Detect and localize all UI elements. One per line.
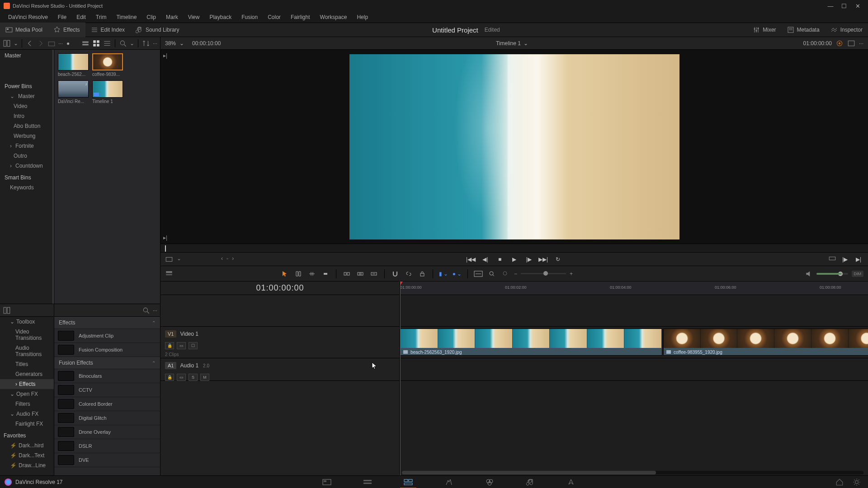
menu-color[interactable]: Color [263, 13, 285, 21]
clip-Timeline-1[interactable]: Timeline 1 [92, 80, 123, 104]
audio-lane[interactable] [400, 358, 868, 381]
auto-select[interactable]: ▭ [177, 342, 186, 349]
thumb-grid-icon[interactable] [92, 39, 100, 47]
lock-track[interactable]: 🔒 [165, 342, 174, 349]
fusion-fx-dslr[interactable]: DSLR [54, 439, 160, 453]
sort-icon[interactable] [142, 39, 150, 47]
zoom-out[interactable]: − [514, 271, 517, 277]
metadata-toggle[interactable]: Metadata [782, 23, 825, 37]
fusion-fx-colored-border[interactable]: Colored Border [54, 397, 160, 411]
audiofx-node[interactable]: Audio FX [0, 409, 54, 419]
match-frame-icon[interactable] [165, 255, 173, 263]
timeline-opts-icon[interactable] [165, 270, 173, 278]
clip-coffee-9839-[interactable]: coffee-9839... [92, 53, 123, 77]
last-frame-button[interactable]: ▶▶| [538, 254, 548, 264]
menu-fairlight[interactable]: Fairlight [286, 13, 315, 21]
dynamic-trim-tool[interactable] [307, 269, 317, 279]
auto-select[interactable]: ▭ [177, 374, 186, 381]
bin-fortnite[interactable]: Fortnite [0, 141, 54, 151]
openfx-filters[interactable]: Filters [0, 399, 54, 409]
fusion-fx-drone-overlay[interactable]: Drone Overlay [54, 425, 160, 439]
in-out-icon[interactable] [828, 254, 836, 263]
viewer-scrubber[interactable] [160, 244, 868, 253]
mute[interactable]: M [200, 374, 209, 381]
menu-file[interactable]: File [53, 13, 71, 21]
fusion-fx-digital-glitch[interactable]: Digital Glitch [54, 411, 160, 425]
viewer-tc-out[interactable]: 01:00:00:00 [803, 40, 832, 47]
menu-mark[interactable]: Mark [161, 13, 183, 21]
thumb-s-icon[interactable] [81, 39, 90, 47]
fav-Dark-Text[interactable]: ⚡Dark...Text [0, 450, 54, 460]
marker-next[interactable]: › [232, 255, 234, 263]
menu-help[interactable]: Help [352, 13, 373, 21]
search-dropdown[interactable]: ⌄ [130, 40, 134, 47]
viewer-menu[interactable]: ··· [859, 40, 863, 47]
list-view-icon[interactable] [103, 39, 111, 47]
go-in-button[interactable]: |▶ [840, 254, 850, 264]
timeline-name[interactable]: Timeline 1 [496, 40, 521, 47]
fusion-fx-dve[interactable]: DVE [54, 453, 160, 467]
effect-fusion-composition[interactable]: Fusion Composition [54, 343, 160, 357]
timeline-clip[interactable]: beach-2562563_1920.jpg [400, 328, 662, 356]
settings-icon[interactable] [853, 478, 861, 486]
clip-beach-2562-[interactable]: beach-2562... [58, 53, 89, 77]
effects-toggle[interactable]: Effects [48, 23, 85, 37]
marker-tool[interactable]: ● ⌄ [452, 269, 462, 279]
full-extent-icon[interactable] [473, 269, 483, 279]
bin-dropdown[interactable]: ⌄ [14, 40, 18, 47]
timeline-ruler[interactable]: 01:00:00:0001:00:02:0001:00:04:0001:00:0… [400, 282, 868, 295]
track-tag[interactable]: V1 [165, 330, 176, 338]
clip-DaVinci-Re-[interactable]: ♪DaVinci Re... [58, 80, 89, 104]
close-button[interactable]: ✕ [851, 0, 864, 12]
arrow-tool[interactable] [280, 269, 290, 279]
track-header-v1[interactable]: V1Video 1🔒▭☐2 Clips [160, 327, 400, 358]
video-lane[interactable]: beach-2562563_1920.jpgcoffee-983955_1920… [400, 327, 868, 358]
menu-view[interactable]: View [184, 13, 204, 21]
toolbox-node[interactable]: Toolbox [0, 317, 54, 327]
menu-edit[interactable]: Edit [72, 13, 90, 21]
fx-node-effects[interactable]: Effects [0, 379, 54, 389]
menu-timeline[interactable]: Timeline [112, 13, 141, 21]
color-page[interactable] [469, 476, 510, 488]
single-viewer-icon[interactable] [847, 39, 855, 47]
menu-workspace[interactable]: Workspace [316, 13, 352, 21]
effect-adjustment-clip[interactable]: Adjustment Clip [54, 329, 160, 343]
loop-button[interactable]: ↻ [553, 254, 563, 264]
mute-icon[interactable] [805, 270, 813, 278]
sound-library-toggle[interactable]: Sound Library [130, 23, 185, 37]
fusion-fx-cctv[interactable]: CCTV [54, 383, 160, 397]
fx-node-titles[interactable]: Titles [0, 359, 54, 369]
fx-search-icon[interactable] [142, 306, 150, 314]
pool-menu[interactable]: ··· [153, 40, 157, 47]
custom-zoom-icon[interactable] [500, 269, 510, 279]
fx-menu[interactable]: ··· [153, 307, 157, 314]
menu-fusion[interactable]: Fusion [237, 13, 262, 21]
prev-frame-button[interactable]: ◀| [481, 254, 491, 264]
volume-slider[interactable] [816, 273, 848, 275]
stop-button[interactable]: ■ [495, 254, 505, 264]
marker-prev[interactable]: ‹ [221, 255, 223, 263]
dim-button[interactable]: DIM [852, 271, 864, 277]
bin-outro[interactable]: Outro [0, 151, 54, 161]
timeline-clip[interactable]: coffee-983955_1920.jpg [663, 328, 868, 356]
fusion-fx-binoculars[interactable]: Binoculars [54, 369, 160, 383]
link-tool[interactable] [404, 269, 414, 279]
next-frame-button[interactable]: |▶ [524, 254, 534, 264]
zoom-in[interactable]: + [570, 271, 573, 277]
master-bin[interactable]: Master [0, 50, 54, 61]
nav-back-icon[interactable] [26, 39, 34, 47]
track-tag[interactable]: A1 [165, 362, 176, 369]
detail-zoom-icon[interactable] [487, 269, 497, 279]
insert-tool[interactable] [342, 269, 352, 279]
inspector-toggle[interactable]: Inspector [825, 23, 868, 37]
menu-clip[interactable]: Clip [142, 13, 160, 21]
menu-playback[interactable]: Playback [205, 13, 236, 21]
snapping-tool[interactable] [390, 269, 400, 279]
media-pool[interactable]: beach-2562...coffee-9839...♪DaVinci Re..… [54, 50, 160, 304]
out-handle-icon[interactable]: ▸| [163, 235, 167, 241]
fx-node-audio-transitions[interactable]: Audio Transitions [0, 343, 54, 359]
marker-dot[interactable]: ◦ [226, 255, 228, 263]
home-icon[interactable] [835, 478, 844, 486]
playhead[interactable] [400, 282, 401, 475]
fusion-category[interactable]: Fusion Effects [54, 357, 160, 369]
